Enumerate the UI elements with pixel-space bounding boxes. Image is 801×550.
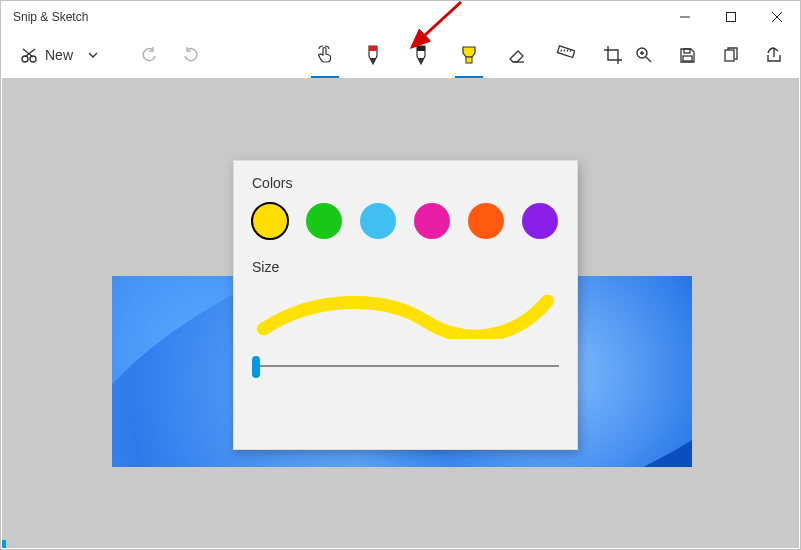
crop-icon <box>603 45 623 65</box>
slider-track <box>252 365 559 367</box>
minimize-button[interactable] <box>662 1 708 33</box>
new-button[interactable]: New <box>11 37 81 73</box>
share-icon <box>765 46 783 64</box>
color-swatch-purple[interactable] <box>522 203 558 239</box>
color-swatch-lightblue[interactable] <box>360 203 396 239</box>
maximize-button[interactable] <box>708 1 754 33</box>
ruler-tool[interactable] <box>553 40 577 70</box>
crop-tool[interactable] <box>601 40 625 70</box>
pen-red-icon <box>365 44 381 66</box>
new-label: New <box>45 47 73 63</box>
save-icon <box>679 47 696 64</box>
svg-rect-10 <box>683 56 692 61</box>
pencil-tool[interactable] <box>409 40 433 70</box>
pen-options-popup: Colors Size <box>233 160 578 450</box>
slider-thumb[interactable] <box>252 356 260 378</box>
eraser-icon <box>507 45 527 65</box>
touch-icon <box>315 45 335 65</box>
ballpoint-pen-tool[interactable] <box>361 40 385 70</box>
touch-writing-tool[interactable] <box>313 40 337 70</box>
highlighter-icon <box>460 44 478 66</box>
size-heading: Size <box>252 259 559 275</box>
chevron-down-icon <box>87 49 99 61</box>
redo-button[interactable] <box>173 37 207 73</box>
undo-button[interactable] <box>133 37 167 73</box>
copy-button[interactable] <box>718 37 743 73</box>
colors-heading: Colors <box>252 175 559 191</box>
new-dropdown-button[interactable] <box>83 37 103 73</box>
right-cluster <box>631 37 801 73</box>
toolbar: New <box>1 33 800 77</box>
color-swatch-yellow[interactable] <box>252 203 288 239</box>
share-button[interactable] <box>761 37 787 73</box>
color-swatches <box>252 203 559 239</box>
window-controls <box>662 1 800 33</box>
svg-rect-7 <box>557 46 574 58</box>
color-swatch-green[interactable] <box>306 203 342 239</box>
save-button[interactable] <box>675 37 700 73</box>
svg-rect-1 <box>727 13 736 22</box>
window-title: Snip & Sketch <box>13 10 88 24</box>
tool-cluster <box>313 40 625 70</box>
pen-black-icon <box>413 44 429 66</box>
canvas-area[interactable]: Colors Size <box>2 78 799 548</box>
svg-rect-9 <box>684 49 690 53</box>
svg-rect-6 <box>466 57 472 63</box>
ruler-icon <box>555 45 575 65</box>
color-swatch-magenta[interactable] <box>414 203 450 239</box>
size-slider[interactable] <box>252 351 559 381</box>
titlebar: Snip & Sketch <box>1 1 800 33</box>
maximize-icon <box>726 12 736 22</box>
snip-icon <box>19 45 39 65</box>
zoom-button[interactable] <box>631 37 657 73</box>
svg-rect-11 <box>725 50 734 61</box>
copy-icon <box>722 47 739 64</box>
zoom-icon <box>635 46 653 64</box>
close-icon <box>772 12 782 22</box>
app-window: Snip & Sketch New <box>0 0 801 550</box>
undo-icon <box>141 46 159 64</box>
eraser-tool[interactable] <box>505 40 529 70</box>
left-edge-accent <box>2 540 6 548</box>
stroke-preview <box>252 287 559 339</box>
redo-icon <box>181 46 199 64</box>
minimize-icon <box>680 12 690 22</box>
highlighter-tool[interactable] <box>457 40 481 70</box>
close-button[interactable] <box>754 1 800 33</box>
color-swatch-orange[interactable] <box>468 203 504 239</box>
